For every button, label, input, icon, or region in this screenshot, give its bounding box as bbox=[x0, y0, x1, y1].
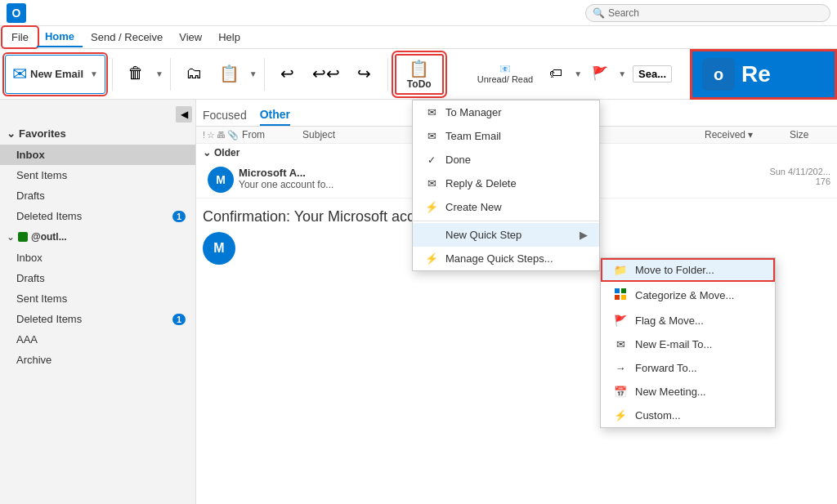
submenu-move-to-folder[interactable]: 📁 Move to Folder... bbox=[601, 258, 775, 282]
menu-home[interactable]: Home bbox=[37, 27, 83, 47]
search-toolbar-button[interactable]: Sea... bbox=[628, 62, 677, 86]
delete-button[interactable]: 🗑 bbox=[119, 60, 152, 87]
forward-button[interactable]: ↪ bbox=[348, 60, 381, 88]
custom-label: Custom... bbox=[635, 409, 681, 421]
reply-button[interactable]: ↩ bbox=[271, 60, 304, 88]
account-archive-label: Archive bbox=[16, 354, 51, 366]
account-drafts-label: Drafts bbox=[16, 272, 45, 284]
sidebar-account-aaa[interactable]: AAA bbox=[0, 329, 195, 350]
move-dropdown-arrow[interactable]: ▼ bbox=[249, 69, 257, 78]
col-importance: ! bbox=[203, 130, 205, 140]
sidebar-account-inbox[interactable]: Inbox bbox=[0, 248, 195, 268]
unread-read-button[interactable]: 📧 Unread/ Read bbox=[472, 60, 539, 87]
forward-icon: ↪ bbox=[357, 64, 371, 83]
col-icons: ! ☆ 🖷 📎 bbox=[203, 130, 239, 140]
dropdown-manage-quick-steps[interactable]: ⚡ Manage Quick Steps... bbox=[413, 247, 599, 270]
search-placeholder: Search bbox=[608, 7, 639, 19]
sidebar-item-drafts[interactable]: Drafts bbox=[0, 185, 195, 206]
reply-delete-label: Reply & Delete bbox=[445, 177, 588, 190]
email-size: 176 bbox=[769, 176, 830, 186]
flag-move-icon: 🚩 bbox=[612, 314, 629, 327]
menu-send-receive[interactable]: Send / Receive bbox=[83, 28, 171, 47]
manage-qs-icon: ⚡ bbox=[424, 252, 439, 265]
todo-label: ToDo bbox=[407, 78, 432, 90]
new-quick-step-submenu: 📁 Move to Folder... Categorize & Move...… bbox=[600, 257, 776, 428]
account-label: @outl... bbox=[31, 231, 67, 243]
new-email-to-label: New E-mail To... bbox=[635, 338, 712, 350]
delete-dropdown-arrow[interactable]: ▼ bbox=[155, 69, 163, 78]
tab-other[interactable]: Other bbox=[260, 105, 290, 126]
categories-button[interactable]: 🏷 bbox=[539, 63, 572, 86]
dropdown-reply-delete[interactable]: ✉ Reply & Delete bbox=[413, 172, 599, 195]
dropdown-team-email[interactable]: ✉ Team Email bbox=[413, 124, 599, 148]
archive-button[interactable]: 🗂 bbox=[177, 60, 210, 87]
favorites-section[interactable]: ⌄ Favorites bbox=[0, 123, 195, 145]
todo-button[interactable]: 📋 ToDo bbox=[395, 54, 444, 95]
sidebar-item-deleted[interactable]: Deleted Items 1 bbox=[0, 206, 195, 226]
new-email-icon: ✉ bbox=[12, 64, 27, 85]
email-meta: Sun 4/11/202... 176 bbox=[769, 167, 830, 186]
dropdown-create-new[interactable]: ⚡ Create New bbox=[413, 195, 599, 219]
new-email-dropdown-arrow[interactable]: ▼ bbox=[90, 69, 98, 78]
done-check-icon: ✓ bbox=[424, 154, 439, 166]
new-email-to-icon: ✉ bbox=[612, 338, 629, 350]
submenu-flag-move[interactable]: 🚩 Flag & Move... bbox=[601, 309, 775, 332]
dropdown-separator-1 bbox=[413, 221, 599, 221]
menu-view[interactable]: View bbox=[171, 28, 210, 47]
collapse-sidebar-button[interactable]: ◀ bbox=[176, 106, 192, 123]
submenu-custom[interactable]: ⚡ Custom... bbox=[601, 404, 775, 427]
tab-focused[interactable]: Focused bbox=[203, 105, 247, 125]
submenu-new-email-to[interactable]: ✉ New E-mail To... bbox=[601, 332, 775, 356]
favorites-label: Favorites bbox=[19, 127, 66, 140]
menu-bar: File Home Send / Receive View Help bbox=[0, 26, 837, 49]
sidebar-deleted-label: Deleted Items bbox=[16, 210, 82, 222]
menu-help[interactable]: Help bbox=[210, 28, 248, 47]
account-deleted-badge: 1 bbox=[172, 314, 186, 325]
toolbar-separator-1 bbox=[112, 58, 113, 91]
outlook-logo-area: o Re bbox=[690, 49, 837, 100]
menu-file[interactable]: File bbox=[3, 28, 37, 47]
move-folder-icon: 📁 bbox=[612, 264, 629, 276]
archive-icon: 🗂 bbox=[186, 64, 202, 83]
new-email-button[interactable]: ✉ New Email ▼ bbox=[5, 55, 105, 94]
sidebar-item-inbox[interactable]: Inbox bbox=[0, 145, 195, 165]
dropdown-to-manager[interactable]: ✉ To Manager bbox=[413, 100, 599, 124]
team-email-icon: ✉ bbox=[424, 130, 439, 142]
dropdown-done[interactable]: ✓ Done bbox=[413, 148, 599, 172]
account-section[interactable]: ⌄ @outl... bbox=[0, 226, 195, 248]
submenu-new-meeting[interactable]: 📅 New Meeting... bbox=[601, 380, 775, 404]
flag-button[interactable]: 🚩 bbox=[584, 62, 616, 86]
custom-icon: ⚡ bbox=[612, 409, 629, 421]
sidebar-drafts-label: Drafts bbox=[16, 190, 45, 202]
sidebar-account-drafts[interactable]: Drafts bbox=[0, 268, 195, 288]
sidebar-account-deleted[interactable]: Deleted Items 1 bbox=[0, 309, 195, 329]
submenu-forward-to[interactable]: → Forward To... bbox=[601, 356, 775, 380]
toolbar-separator-3 bbox=[264, 58, 265, 91]
submenu-categorize-move[interactable]: Categorize & Move... bbox=[601, 282, 775, 309]
sidebar-account-sent[interactable]: Sent Items bbox=[0, 288, 195, 309]
email-avatar: M bbox=[208, 167, 234, 193]
forward-to-label: Forward To... bbox=[635, 362, 697, 374]
sidebar-inbox-label: Inbox bbox=[16, 149, 45, 161]
col-received[interactable]: Received ▾ bbox=[705, 129, 786, 140]
categorize-move-icon bbox=[612, 288, 629, 303]
email-avatar-bottom: M bbox=[203, 232, 235, 265]
col-type: 🖷 bbox=[217, 130, 226, 140]
outlook-logo-small: O bbox=[7, 3, 26, 23]
move-folder-label: Move to Folder... bbox=[635, 264, 714, 276]
toolbar: ✉ New Email ▼ 🗑 ▼ 🗂 📋 ▼ ↩ ↩↩ ↪ 📋 ToDo 📧 … bbox=[0, 49, 837, 100]
categories-dropdown[interactable]: ▼ bbox=[574, 69, 582, 78]
sidebar: ◀ ⌄ Favorites Inbox Sent Items Drafts De… bbox=[0, 100, 196, 504]
reply-all-button[interactable]: ↩↩ bbox=[307, 60, 345, 88]
sidebar-account-archive[interactable]: Archive bbox=[0, 350, 195, 370]
flag-dropdown[interactable]: ▼ bbox=[618, 69, 626, 78]
sidebar-sent-label: Sent Items bbox=[16, 169, 67, 181]
move-button[interactable]: 📋 bbox=[213, 60, 246, 88]
sidebar-item-sent[interactable]: Sent Items bbox=[0, 165, 195, 185]
dropdown-new-quick-step[interactable]: New Quick Step ▶ bbox=[413, 223, 599, 247]
new-meeting-label: New Meeting... bbox=[635, 386, 706, 398]
col-from: From bbox=[242, 129, 299, 140]
svg-rect-1 bbox=[621, 288, 626, 293]
flag-move-label: Flag & Move... bbox=[635, 314, 704, 327]
search-bar[interactable]: 🔍 Search bbox=[585, 4, 830, 22]
